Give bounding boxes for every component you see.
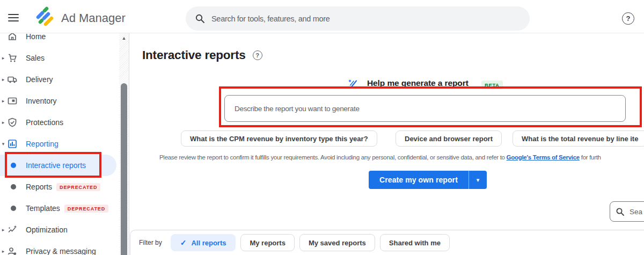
menu-hamburger-icon[interactable] <box>8 14 19 21</box>
sidebar-item-label: Templates <box>26 204 60 213</box>
top-app-bar: Ad Manager ? <box>0 0 644 33</box>
sidebar-item-privacy-messaging[interactable]: ▸ Privacy & messaging <box>0 241 119 255</box>
report-prompt-input[interactable] <box>224 95 626 122</box>
search-icon <box>616 207 625 216</box>
sidebar-item-inventory[interactable]: ▸ Inventory <box>0 90 119 112</box>
filter-bar: Filter by ✓ All reports My reports My sa… <box>130 230 644 255</box>
app-name: Ad Manager <box>61 11 126 25</box>
inventory-icon <box>7 96 18 106</box>
create-report-button[interactable]: Create my own report <box>369 171 469 189</box>
sidebar-item-delivery[interactable]: ▸ Delivery <box>0 69 119 90</box>
deprecated-badge: DEPRECATED <box>64 205 108 213</box>
expand-down-icon[interactable]: ▾ <box>1 141 6 147</box>
filter-chip-my-reports[interactable]: My reports <box>240 234 294 251</box>
bullet-icon <box>11 206 16 211</box>
sidebar-item-reports[interactable]: Reports DEPRECATED <box>0 176 119 198</box>
filter-chip-shared-with-me[interactable]: Shared with me <box>380 234 450 251</box>
sidebar-item-interactive-reports[interactable]: Interactive reports <box>0 155 119 176</box>
sidebar-item-optimization[interactable]: ▸ Optimization <box>0 219 119 241</box>
magic-pen-icon <box>348 78 358 88</box>
bullet-icon <box>11 184 16 190</box>
caret-down-icon: ▾ <box>477 177 480 184</box>
global-search-bar[interactable] <box>186 6 530 31</box>
beta-badge: BETA <box>481 81 503 89</box>
expand-right-icon[interactable]: ▸ <box>1 98 6 104</box>
create-report-dropdown-button[interactable]: ▾ <box>469 171 487 189</box>
trend-sparkle-icon <box>7 224 18 235</box>
sidebar-item-sales[interactable]: ▸ Sales <box>0 47 119 69</box>
disclaimer-prefix: Please review the report to confirm it f… <box>159 154 507 161</box>
sidebar-item-label: Protections <box>26 118 63 127</box>
bullet-icon <box>11 163 16 168</box>
expand-right-icon[interactable]: ▸ <box>1 77 6 82</box>
sidebar-item-label: Interactive reports <box>26 161 86 170</box>
sidebar-item-label: Privacy & messaging <box>26 247 96 255</box>
filter-chip-my-saved-reports[interactable]: My saved reports <box>299 234 375 251</box>
suggestion-chip-total-revenue[interactable]: What is the total revenue by line ite <box>513 130 644 147</box>
terms-of-service-link[interactable]: Google's Terms of Service <box>507 154 580 161</box>
sidebar: Home ▸ Sales ▸ <box>0 0 129 255</box>
sidebar-item-protections[interactable]: ▸ Protections <box>0 112 119 133</box>
page-title: Interactive reports <box>142 48 246 62</box>
sidebar-item-label: Home <box>26 32 46 41</box>
filter-by-label: Filter by <box>139 239 162 246</box>
global-search-input[interactable] <box>211 14 521 23</box>
help-icon[interactable]: ? <box>622 12 634 25</box>
search-icon <box>195 13 205 24</box>
scroll-up-icon[interactable]: ▲ <box>119 35 129 41</box>
reports-search-input[interactable] <box>630 208 644 216</box>
disclaimer-suffix: for furth <box>580 154 601 161</box>
person-icon <box>7 246 18 255</box>
sidebar-item-label: Sales <box>26 54 45 62</box>
expand-right-icon[interactable]: ▸ <box>1 227 6 232</box>
sidebar-item-label: Delivery <box>26 75 53 84</box>
sidebar-scrollbar[interactable]: ▲ <box>119 33 129 255</box>
disclaimer-text: Please review the report to confirm it f… <box>159 154 601 161</box>
assistant-heading: Help me generate a report <box>367 78 469 88</box>
create-report-split-button: Create my own report ▾ <box>369 171 487 189</box>
sidebar-scrollbar-thumb[interactable] <box>121 83 127 255</box>
filter-chip-label: My reports <box>250 239 285 247</box>
deprecated-badge: DEPRECATED <box>56 183 100 191</box>
expand-right-icon[interactable]: ▸ <box>1 120 6 125</box>
truck-icon <box>7 74 18 85</box>
ad-manager-app: Home ▸ Sales ▸ <box>0 0 644 255</box>
title-help-icon[interactable]: ? <box>253 50 262 60</box>
sidebar-item-reporting[interactable]: ▾ Reporting <box>0 133 119 155</box>
suggestion-chip-device-browser[interactable]: Device and browser report <box>396 130 502 147</box>
filter-chip-all-reports[interactable]: ✓ All reports <box>171 234 236 251</box>
filter-chip-label: All reports <box>191 239 226 247</box>
sidebar-item-label: Optimization <box>26 225 68 234</box>
cart-icon <box>7 53 18 63</box>
bar-chart-icon <box>7 139 18 149</box>
sidebar-item-label: Inventory <box>26 97 57 105</box>
reports-search-box[interactable] <box>610 201 644 222</box>
sidebar-item-label: Reporting <box>26 140 58 148</box>
ad-manager-logo-icon <box>34 6 55 27</box>
filter-chip-label: Shared with me <box>389 239 441 247</box>
expand-right-icon[interactable]: ▸ <box>1 55 6 61</box>
filter-chip-label: My saved reports <box>309 239 366 247</box>
sidebar-item-label: Reports <box>26 183 52 191</box>
suggestion-chip-cpm-revenue[interactable]: What is the CPM revenue by inventory typ… <box>181 130 377 147</box>
shield-check-icon <box>7 117 18 128</box>
check-icon: ✓ <box>180 238 187 247</box>
sidebar-item-templates[interactable]: Templates DEPRECATED <box>0 198 119 219</box>
expand-right-icon[interactable]: ▸ <box>1 249 6 254</box>
